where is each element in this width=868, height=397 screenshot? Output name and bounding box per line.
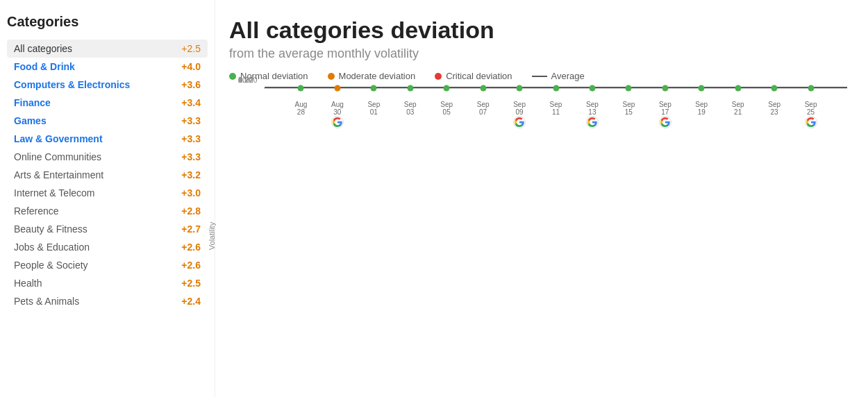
chart-title: All categories deviation bbox=[229, 17, 854, 44]
sidebar-title: Categories bbox=[7, 14, 208, 30]
category-name: Beauty & Fitness bbox=[14, 223, 87, 235]
x-axis-label: Sep11 bbox=[550, 101, 562, 116]
category-value: +2.6 bbox=[181, 260, 201, 271]
data-point bbox=[589, 85, 595, 92]
sidebar-item-beautyfitness[interactable]: Beauty & Fitness+2.7 bbox=[7, 220, 208, 238]
category-value: +2.5 bbox=[181, 43, 201, 54]
category-name: Online Communities bbox=[14, 151, 101, 162]
average-line-icon bbox=[532, 76, 547, 77]
google-icon bbox=[659, 116, 671, 128]
category-value: +2.5 bbox=[181, 278, 201, 289]
category-value: +3.3 bbox=[181, 115, 201, 126]
x-axis-label: Aug28 bbox=[295, 101, 308, 116]
sidebar-item-jobseducation[interactable]: Jobs & Education+2.6 bbox=[7, 238, 208, 256]
category-value: +3.6 bbox=[181, 79, 201, 90]
category-value: +3.2 bbox=[181, 169, 201, 180]
sidebar-item-games[interactable]: Games+3.3 bbox=[7, 112, 208, 130]
normal-dot bbox=[229, 73, 236, 80]
x-axis-label: Sep19 bbox=[695, 101, 708, 116]
google-icon bbox=[331, 116, 344, 128]
legend-critical-label: Critical deviation bbox=[446, 71, 512, 81]
sidebar-item-fooddrink[interactable]: Food & Drink+4.0 bbox=[7, 58, 208, 76]
x-axis-label: Sep07 bbox=[477, 101, 490, 116]
data-point bbox=[699, 85, 705, 92]
sidebar-item-finance[interactable]: Finance+3.4 bbox=[7, 94, 208, 112]
category-name: Food & Drink bbox=[14, 61, 75, 72]
data-point bbox=[553, 85, 559, 92]
x-axis-label: Sep25 bbox=[805, 101, 817, 116]
category-name: Computers & Electronics bbox=[14, 79, 130, 90]
sidebar-item-computerselectronics[interactable]: Computers & Electronics+3.6 bbox=[7, 76, 208, 94]
data-point bbox=[480, 85, 486, 92]
moderate-dot bbox=[328, 73, 335, 80]
data-point bbox=[626, 85, 632, 92]
chart-wrapper: Volatility 10.006.224.722.220.00Aug28Aug… bbox=[229, 88, 854, 383]
y-axis-label: Volatility bbox=[208, 221, 216, 249]
sidebar-item-artsentertainment[interactable]: Arts & Entertainment+3.2 bbox=[7, 166, 208, 184]
data-point bbox=[334, 85, 340, 92]
sidebar-item-reference[interactable]: Reference+2.8 bbox=[7, 202, 208, 220]
x-axis-label: Aug30 bbox=[331, 101, 344, 116]
category-value: +2.6 bbox=[181, 242, 201, 253]
category-value: +3.3 bbox=[181, 151, 201, 162]
sidebar: Categories All categories+2.5Food & Drin… bbox=[0, 0, 215, 397]
data-point bbox=[771, 85, 778, 92]
data-point bbox=[407, 85, 413, 92]
category-value: +2.8 bbox=[181, 205, 201, 217]
x-axis-label: Sep01 bbox=[367, 101, 380, 116]
category-name: Law & Government bbox=[14, 133, 103, 144]
sidebar-item-internettelecom[interactable]: Internet & Telecom+3.0 bbox=[7, 184, 208, 202]
legend-average-label: Average bbox=[551, 71, 585, 81]
category-name: Games bbox=[14, 115, 47, 126]
sidebar-item-health[interactable]: Health+2.5 bbox=[7, 274, 208, 292]
category-name: All categories bbox=[14, 43, 72, 54]
legend-average: Average bbox=[532, 71, 585, 81]
google-icon bbox=[513, 116, 526, 128]
sidebar-item-allcategories[interactable]: All categories+2.5 bbox=[7, 40, 208, 58]
category-name: People & Society bbox=[14, 260, 88, 271]
legend-moderate-label: Moderate deviation bbox=[339, 71, 416, 81]
sidebar-item-onlinecommunities[interactable]: Online Communities+3.3 bbox=[7, 148, 208, 166]
x-axis-label: Sep13 bbox=[586, 101, 599, 116]
data-point bbox=[298, 85, 304, 92]
category-value: +2.7 bbox=[181, 223, 201, 235]
category-value: +4.0 bbox=[181, 61, 201, 72]
sidebar-item-petsanimals[interactable]: Pets & Animals+2.4 bbox=[7, 292, 208, 310]
category-name: Internet & Telecom bbox=[14, 187, 94, 198]
category-name: Health bbox=[14, 278, 42, 289]
category-name: Jobs & Education bbox=[14, 242, 90, 253]
sidebar-item-lawgovernment[interactable]: Law & Government+3.3 bbox=[7, 130, 208, 148]
x-axis-label: Sep09 bbox=[513, 101, 526, 116]
data-point bbox=[517, 85, 523, 92]
data-point bbox=[444, 85, 450, 92]
x-axis-label: Sep05 bbox=[440, 101, 453, 116]
x-axis-label: Sep03 bbox=[404, 101, 417, 116]
category-name: Finance bbox=[14, 97, 51, 108]
chart-subtitle: from the average monthly volatility bbox=[229, 47, 854, 61]
data-point bbox=[735, 85, 741, 92]
data-point bbox=[808, 85, 814, 92]
main-content: All categories deviation from the averag… bbox=[215, 0, 868, 397]
category-value: +3.4 bbox=[181, 97, 201, 108]
legend-critical: Critical deviation bbox=[435, 71, 512, 81]
google-icon bbox=[586, 116, 599, 128]
x-axis-label: Sep15 bbox=[622, 101, 635, 116]
sidebar-item-peoplesociety[interactable]: People & Society+2.6 bbox=[7, 256, 208, 274]
data-point bbox=[371, 85, 377, 92]
category-name: Pets & Animals bbox=[14, 296, 79, 307]
x-axis-label: Sep17 bbox=[659, 101, 671, 116]
category-name: Reference bbox=[14, 205, 59, 217]
google-icon bbox=[805, 116, 817, 128]
legend-moderate: Moderate deviation bbox=[328, 71, 416, 81]
data-point bbox=[662, 85, 668, 92]
category-value: +2.4 bbox=[181, 296, 201, 307]
y-tick-label: 0.00 bbox=[238, 76, 253, 84]
category-name: Arts & Entertainment bbox=[14, 169, 103, 180]
chart-area: 10.006.224.722.220.00Aug28Aug30Sep01Sep0… bbox=[264, 88, 847, 89]
category-value: +3.3 bbox=[181, 133, 201, 144]
category-value: +3.0 bbox=[181, 187, 201, 198]
legend: Normal deviation Moderate deviation Crit… bbox=[229, 71, 854, 81]
x-axis-label: Sep21 bbox=[732, 101, 744, 116]
x-axis-label: Sep23 bbox=[768, 101, 781, 116]
category-list: All categories+2.5Food & Drink+4.0Comput… bbox=[7, 40, 208, 310]
